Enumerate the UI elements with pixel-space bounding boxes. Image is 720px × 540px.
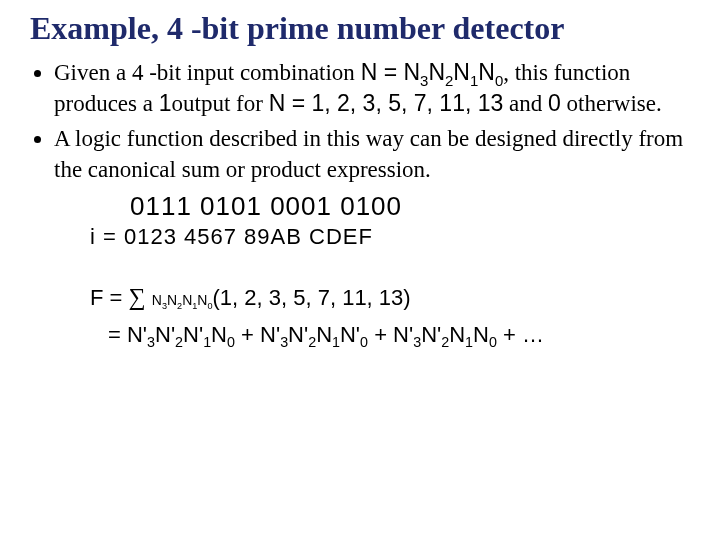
t3-3: 3 [413,334,421,350]
t2c: N [316,322,332,347]
t2d: N' [340,322,360,347]
bullet-1-and: and [503,91,548,116]
t2b: N' [288,322,308,347]
t3c: N [449,322,465,347]
bullet-1: Given a 4 -bit input combination N = N3N… [54,57,690,119]
bullet-1-text-a: Given a 4 -bit input combination [54,60,361,85]
bullet-2: A logic function described in this way c… [54,123,690,185]
ellipsis: + … [497,322,544,347]
var-N0: N [478,59,495,85]
t2-1: 1 [332,334,340,350]
index-i: i = [90,224,124,249]
bullet-1-oth: otherwise. [561,91,662,116]
formula-line-2: = N'3N'2N'1N0 + N'3N'2N1N'0 + N'3N'2N1N0… [108,317,690,352]
eq-sign: = [103,285,128,310]
index-row: i = 0123 4567 89AB CDEF [90,224,690,250]
t2a: N' [260,322,280,347]
formula-block: F = ∑ N3N2N1N0(1, 2, 3, 5, 7, 11, 13) = … [90,278,690,352]
t1b: N' [155,322,175,347]
t3-1: 1 [465,334,473,350]
ss-N3: N [152,292,162,308]
binary-row: 0111 0101 0001 0100 [130,191,690,222]
var-N1: N [453,59,470,85]
sigma-icon: ∑ [129,284,146,310]
minterm-list: (1, 2, 3, 5, 7, 11, 13) [213,285,411,310]
bullet-1-outfor: output for [172,91,269,116]
zero: 0 [548,90,561,116]
t1a: N' [127,322,147,347]
plus1: + [235,322,260,347]
ss-N2: N [167,292,177,308]
t1d: N [211,322,227,347]
t3b: N' [421,322,441,347]
slide: Example, 4 -bit prime number detector Gi… [0,0,720,352]
t2-3: 3 [280,334,288,350]
n-values: N = 1, 2, 3, 5, 7, 11, 13 [269,90,504,116]
slide-title: Example, 4 -bit prime number detector [30,10,690,47]
bullet-list: Given a 4 -bit input combination N = N3N… [30,57,690,185]
sub-1: 1 [470,72,478,89]
t2-0: 0 [360,334,368,350]
ss-N1: N [182,292,192,308]
F-var: F [90,285,103,310]
var-N: N = N [361,59,420,85]
eq2: = [108,322,127,347]
t1-1: 1 [203,334,211,350]
index-values: 0123 4567 89AB CDEF [124,224,373,249]
ss-N0: N [197,292,207,308]
plus2: + [368,322,393,347]
sub-0: 0 [495,72,503,89]
sigma-sub: N3N2N1N0 [152,292,213,308]
t3a: N' [393,322,413,347]
formula-line-1: F = ∑ N3N2N1N0(1, 2, 3, 5, 7, 11, 13) [90,278,690,316]
t1-3: 3 [147,334,155,350]
one: 1 [159,90,172,116]
t1-0: 0 [227,334,235,350]
t3-0: 0 [489,334,497,350]
t3-2: 2 [441,334,449,350]
t3d: N [473,322,489,347]
t2-2: 2 [308,334,316,350]
var-N2: N [428,59,445,85]
t1c: N' [183,322,203,347]
t1-2: 2 [175,334,183,350]
